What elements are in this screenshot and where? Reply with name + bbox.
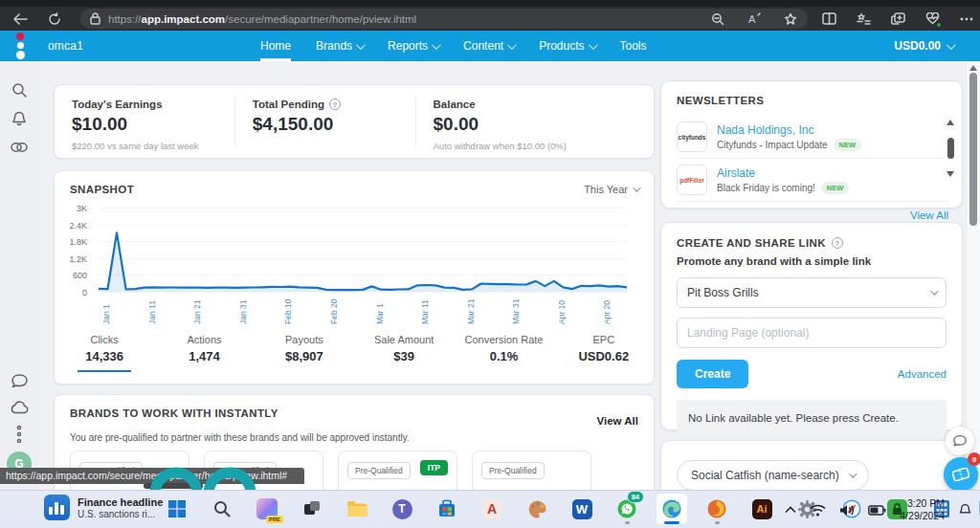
x-tick-label: Feb 20 [329, 299, 339, 324]
stat-payouts[interactable]: Payouts $8,907 [255, 334, 354, 372]
newsletters-scrollbar[interactable] [946, 120, 955, 177]
menu-content[interactable]: Content [463, 31, 514, 61]
balance-dropdown[interactable]: USD0.00 [894, 39, 953, 53]
newsletters-view-all-link[interactable]: View All [677, 209, 948, 221]
notifications-bell-icon[interactable] [10, 109, 29, 128]
copilot-icon[interactable]: PRE [251, 493, 283, 525]
stat-conversion-rate[interactable]: Conversion Rate 0.1% [454, 334, 553, 372]
refresh-button[interactable] [42, 10, 67, 29]
illustrator-icon[interactable]: Ai [746, 493, 778, 525]
menu-reports[interactable]: Reports [388, 31, 438, 61]
stat-sale-amount[interactable]: Sale Amount $39 [354, 334, 454, 372]
task-view-icon[interactable] [296, 493, 328, 525]
brands-view-all-link[interactable]: View All [597, 415, 638, 427]
advanced-link[interactable]: Advanced [898, 368, 947, 380]
x-tick-label: Apr 10 [557, 300, 567, 324]
chart-x-axis: Jan 1Jan 11Jan 21Jan 31Feb 10Feb 20Mar 1… [99, 294, 627, 328]
prequalified-badge: Pre-Qualified [347, 462, 411, 479]
svg-text:A: A [748, 13, 756, 25]
scroll-up-icon[interactable] [947, 120, 954, 125]
scrollbar-thumb[interactable] [947, 138, 954, 159]
scroll-up-icon[interactable] [969, 65, 977, 71]
browser-essentials-icon[interactable] [924, 11, 940, 27]
notification-bell-icon[interactable] [958, 502, 972, 517]
links-icon[interactable] [10, 138, 29, 157]
page-scrollbar-thumb[interactable] [969, 73, 977, 226]
snapshot-card: SNAPSHOT This Year 06001.2K1.8K2.4K3K Ja… [54, 170, 655, 385]
chat-icon[interactable] [10, 371, 29, 390]
back-button[interactable] [8, 10, 33, 29]
page-scrollbar[interactable] [966, 61, 980, 490]
read-aloud-icon[interactable]: A [746, 11, 762, 27]
chevron-down-icon [633, 184, 640, 191]
help-icon[interactable]: ? [329, 99, 341, 110]
taskbar-search-icon[interactable] [206, 493, 238, 525]
address-bar[interactable]: https://app.impact.com/secure/mediapartn… [80, 9, 808, 29]
access-app-icon[interactable]: A [476, 493, 508, 525]
wifi-icon[interactable] [810, 504, 826, 517]
brand-search-dropdown[interactable]: Social Catfish (name-search) [677, 460, 869, 490]
essentials-status-dot [936, 22, 942, 28]
newsletter-brand-link[interactable]: Airslate [717, 166, 849, 180]
windows-taskbar: Finance headline U.S. sanctions ri... PR… [0, 490, 980, 528]
favorite-star-icon[interactable] [783, 11, 798, 27]
microsoft-store-icon[interactable] [431, 493, 463, 525]
battery-icon[interactable] [868, 505, 886, 516]
cloud-icon[interactable] [10, 398, 29, 417]
chart-y-axis: 06001.2K1.8K2.4K3K [55, 208, 93, 292]
create-button[interactable]: Create [677, 360, 748, 388]
itp-badge: ITP [420, 460, 448, 475]
duplicate-tab-icon[interactable] [890, 11, 905, 27]
balance-value: $0.00 [434, 114, 636, 135]
menu-tools[interactable]: Tools [620, 31, 647, 61]
landing-page-input[interactable] [677, 318, 947, 348]
help-icon[interactable]: ? [832, 237, 843, 249]
brand-card-2[interactable]: Pre-Qualified [204, 451, 323, 490]
tray-expand-icon[interactable] [785, 506, 796, 514]
split-screen-icon[interactable] [821, 11, 836, 27]
rewards-launcher-button[interactable]: 9 [944, 457, 978, 490]
edge-icon[interactable] [656, 493, 688, 525]
more-options-icon[interactable] [10, 425, 29, 444]
paint-icon[interactable] [521, 493, 553, 525]
firefox-icon[interactable] [701, 493, 733, 525]
menu-products[interactable]: Products [539, 31, 594, 61]
newsletter-item[interactable]: cityfunds Nada Holdings, Inc Cityfunds -… [677, 116, 948, 159]
stat-epc[interactable]: EPC USD0.62 [554, 334, 654, 372]
search-icon[interactable] [10, 80, 29, 99]
y-tick-label: 2.4K [69, 221, 87, 231]
snapshot-title: SNAPSHOT [70, 184, 134, 195]
zoom-out-icon[interactable] [710, 11, 725, 27]
file-explorer-icon[interactable] [341, 493, 373, 525]
taskbar-clock[interactable]: 3:20 PM 4/29/2024 [900, 497, 945, 522]
stat-clicks[interactable]: Clicks 14,336 [55, 334, 154, 372]
scroll-down-icon[interactable] [947, 171, 954, 177]
snapshot-chart[interactable] [99, 208, 627, 292]
volume-icon[interactable] [839, 504, 855, 517]
new-badge: NEW [821, 182, 850, 194]
lock-icon [90, 12, 100, 25]
brands-title: BRANDS TO WORK WITH INSTANTLY [70, 407, 278, 419]
stat-actions[interactable]: Actions 1,474 [154, 334, 254, 372]
newsletter-item[interactable]: pdfFiller Airslate Black Friday is comin… [677, 159, 948, 202]
widgets-button[interactable]: Finance headline U.S. sanctions ri... [44, 495, 163, 520]
newsletters-title: NEWSLETTERS [677, 95, 948, 106]
menu-home[interactable]: Home [260, 31, 291, 61]
start-button[interactable] [161, 493, 193, 525]
menu-brands[interactable]: Brands [316, 31, 363, 61]
impact-logo[interactable] [13, 33, 27, 59]
teams-icon[interactable]: T [386, 493, 418, 525]
date-range-dropdown[interactable]: This Year [584, 184, 638, 195]
no-link-notice: No Link available yet. Please press Crea… [677, 400, 947, 436]
brand-card-4[interactable]: Pre-Qualified [472, 451, 591, 490]
collections-icon[interactable] [856, 11, 871, 27]
whatsapp-icon[interactable]: 84 [611, 493, 643, 525]
browser-menu-icon[interactable] [959, 11, 974, 27]
word-icon[interactable]: W [566, 493, 598, 525]
brand-logo-teal-m [145, 465, 289, 490]
ticket-icon [952, 468, 969, 481]
newsletter-brand-link[interactable]: Nada Holdings, Inc [717, 123, 861, 137]
brand-select[interactable]: Pit Boss Grills [677, 277, 947, 308]
brand-card-3[interactable]: Pre-Qualified ITP [338, 451, 457, 490]
support-chat-button[interactable] [946, 427, 974, 455]
